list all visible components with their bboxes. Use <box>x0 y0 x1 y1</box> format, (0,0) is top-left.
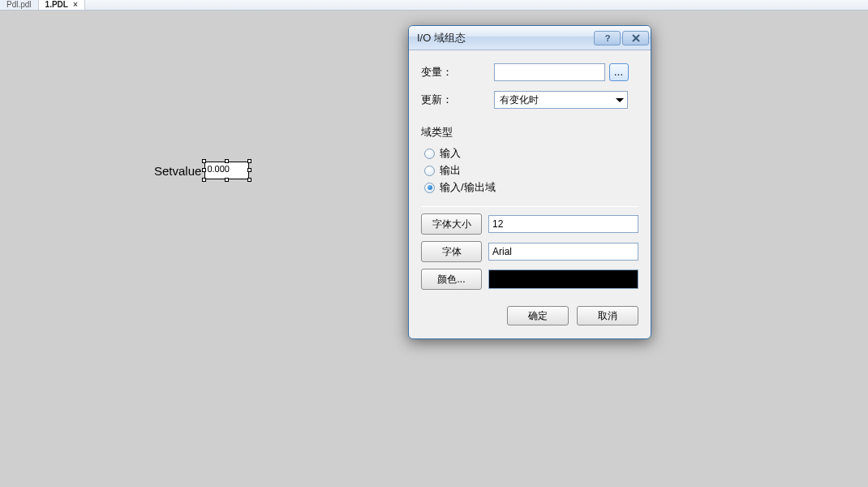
io-field[interactable]: 0.000 <box>204 162 249 179</box>
close-icon[interactable]: × <box>73 0 78 9</box>
radio-inout[interactable] <box>424 183 435 193</box>
dialog-titlebar[interactable]: I/O 域组态 ? <box>409 26 651 50</box>
close-button[interactable] <box>622 31 649 45</box>
resize-handle-bc[interactable] <box>225 178 229 182</box>
font-size-button[interactable]: 字体大小 <box>421 213 482 235</box>
browse-button[interactable]: ... <box>609 63 629 81</box>
tab-active[interactable]: 1.PDL × <box>39 0 85 10</box>
color-row: 颜色... <box>421 269 638 290</box>
radio-inout-option[interactable]: 输入/输出域 <box>424 180 638 195</box>
radio-output-label: 输出 <box>440 163 461 178</box>
ok-button[interactable]: 确定 <box>507 306 569 325</box>
radio-inout-label: 输入/输出域 <box>440 180 496 195</box>
field-type-group-label: 域类型 <box>421 125 638 140</box>
resize-handle-tr[interactable] <box>247 159 251 163</box>
close-icon <box>631 33 641 43</box>
font-value[interactable]: Arial <box>488 243 638 261</box>
divider <box>421 206 638 207</box>
resize-handle-br[interactable] <box>247 178 251 182</box>
radio-input-label: 输入 <box>440 146 461 161</box>
font-row: 字体 Arial <box>421 241 638 262</box>
design-canvas[interactable]: Setvalue 0.000 I/O 域组态 ? <box>0 11 868 487</box>
setvalue-label: Setvalue <box>154 164 201 178</box>
font-size-value[interactable]: 12 <box>488 215 638 233</box>
font-size-row: 字体大小 12 <box>421 213 638 235</box>
setvalue-group: Setvalue 0.000 <box>154 162 249 179</box>
radio-output[interactable] <box>424 166 435 176</box>
color-button[interactable]: 颜色... <box>421 269 482 290</box>
update-combo-value: 有变化时 <box>500 93 539 107</box>
chevron-down-icon <box>616 98 624 102</box>
variable-input[interactable] <box>494 63 605 81</box>
variable-row: 变量： ... <box>421 63 638 81</box>
resize-handle-tl[interactable] <box>202 159 206 163</box>
tab-strip: Pdl.pdl 1.PDL × <box>0 0 868 11</box>
help-icon: ? <box>603 33 612 43</box>
help-button[interactable]: ? <box>594 31 621 45</box>
font-button[interactable]: 字体 <box>421 241 482 262</box>
variable-label: 变量： <box>421 65 494 80</box>
io-field-selection[interactable]: 0.000 <box>204 162 249 179</box>
cancel-button[interactable]: 取消 <box>577 306 638 325</box>
radio-input[interactable] <box>424 149 435 159</box>
dialog-title: I/O 域组态 <box>417 31 592 45</box>
dialog-body: 变量： ... 更新： 有变化时 域类型 输入 输出 <box>409 50 651 338</box>
tab-inactive-label: Pdl.pdl <box>6 0 32 9</box>
tab-inactive[interactable]: Pdl.pdl <box>0 0 39 10</box>
svg-text:?: ? <box>604 33 610 43</box>
update-combo[interactable]: 有变化时 <box>494 91 628 109</box>
update-row: 更新： 有变化时 <box>421 91 638 109</box>
io-config-dialog: I/O 域组态 ? 变量： ... 更新： <box>408 25 651 339</box>
resize-handle-ml[interactable] <box>202 168 206 172</box>
resize-handle-tc[interactable] <box>225 159 229 163</box>
dialog-footer: 确定 取消 <box>421 306 638 325</box>
tab-active-label: 1.PDL <box>45 0 68 9</box>
radio-output-option[interactable]: 输出 <box>424 163 638 178</box>
resize-handle-mr[interactable] <box>247 168 251 172</box>
update-label: 更新： <box>421 93 494 107</box>
color-swatch[interactable] <box>488 269 638 289</box>
radio-input-option[interactable]: 输入 <box>424 146 638 161</box>
resize-handle-bl[interactable] <box>202 178 206 182</box>
